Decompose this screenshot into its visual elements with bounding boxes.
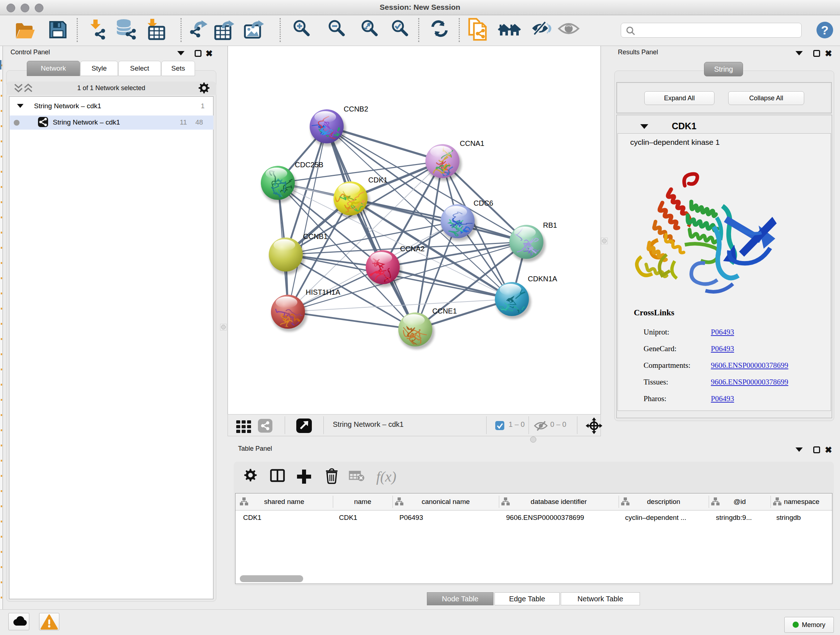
svg-text:f(x): f(x)	[376, 469, 396, 485]
